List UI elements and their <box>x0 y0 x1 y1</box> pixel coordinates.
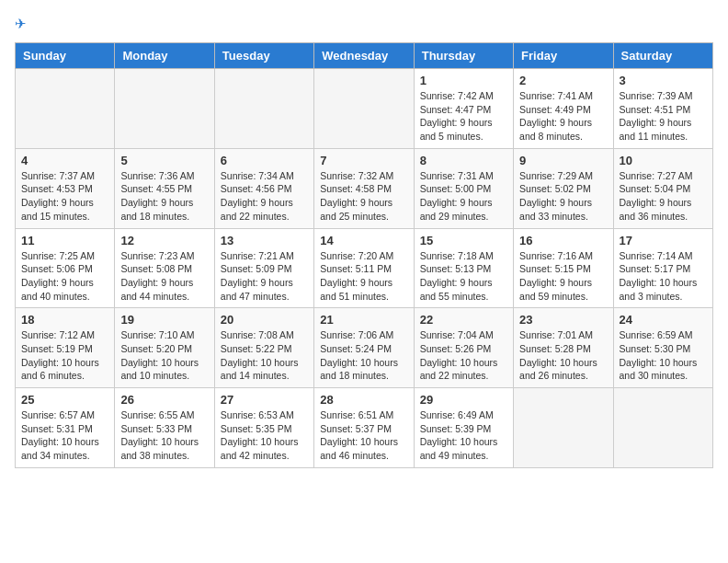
day-info: Sunrise: 7:29 AM Sunset: 5:02 PM Dayligh… <box>519 169 607 224</box>
calendar-day-cell <box>314 69 414 149</box>
logo-icon: ✈ <box>15 15 33 33</box>
day-number: 14 <box>320 234 407 247</box>
calendar-day-cell: 29Sunrise: 6:49 AM Sunset: 5:39 PM Dayli… <box>414 388 513 468</box>
calendar-day-cell: 8Sunrise: 7:31 AM Sunset: 5:00 PM Daylig… <box>414 148 513 228</box>
day-info: Sunrise: 7:31 AM Sunset: 5:00 PM Dayligh… <box>420 169 507 224</box>
calendar-day-cell: 5Sunrise: 7:36 AM Sunset: 4:55 PM Daylig… <box>115 148 214 228</box>
day-number: 27 <box>221 393 308 407</box>
day-info: Sunrise: 7:23 AM Sunset: 5:08 PM Dayligh… <box>120 249 208 304</box>
day-info: Sunrise: 7:04 AM Sunset: 5:26 PM Dayligh… <box>420 328 507 383</box>
day-info: Sunrise: 7:16 AM Sunset: 5:15 PM Dayligh… <box>519 249 607 304</box>
day-number: 8 <box>420 154 507 167</box>
day-number: 22 <box>420 313 507 327</box>
calendar-week-row: 1Sunrise: 7:42 AM Sunset: 4:47 PM Daylig… <box>16 69 713 149</box>
calendar-day-cell: 17Sunrise: 7:14 AM Sunset: 5:17 PM Dayli… <box>613 228 712 308</box>
day-of-week-header: Monday <box>115 43 214 69</box>
calendar-day-cell: 6Sunrise: 7:34 AM Sunset: 4:56 PM Daylig… <box>214 148 313 228</box>
calendar-day-cell: 2Sunrise: 7:41 AM Sunset: 4:49 PM Daylig… <box>514 69 613 149</box>
day-info: Sunrise: 7:32 AM Sunset: 4:58 PM Dayligh… <box>320 169 407 224</box>
calendar-day-cell: 22Sunrise: 7:04 AM Sunset: 5:26 PM Dayli… <box>414 308 513 388</box>
day-info: Sunrise: 6:51 AM Sunset: 5:37 PM Dayligh… <box>320 408 407 463</box>
day-of-week-header: Thursday <box>414 43 513 69</box>
day-of-week-header: Saturday <box>613 43 712 69</box>
day-number: 17 <box>620 234 707 247</box>
calendar-day-cell: 18Sunrise: 7:12 AM Sunset: 5:19 PM Dayli… <box>16 308 115 388</box>
calendar-table: SundayMondayTuesdayWednesdayThursdayFrid… <box>15 42 713 468</box>
page-header: ✈ <box>15 15 713 33</box>
day-info: Sunrise: 7:34 AM Sunset: 4:56 PM Dayligh… <box>221 169 308 224</box>
calendar-day-cell: 10Sunrise: 7:27 AM Sunset: 5:04 PM Dayli… <box>613 148 712 228</box>
day-number: 16 <box>519 234 607 247</box>
calendar-day-cell: 20Sunrise: 7:08 AM Sunset: 5:22 PM Dayli… <box>214 308 313 388</box>
day-info: Sunrise: 6:59 AM Sunset: 5:30 PM Dayligh… <box>620 328 707 383</box>
day-number: 10 <box>620 154 707 167</box>
calendar-day-cell: 25Sunrise: 6:57 AM Sunset: 5:31 PM Dayli… <box>16 388 115 468</box>
day-info: Sunrise: 7:21 AM Sunset: 5:09 PM Dayligh… <box>221 249 308 304</box>
day-number: 2 <box>519 74 607 87</box>
calendar-day-cell: 14Sunrise: 7:20 AM Sunset: 5:11 PM Dayli… <box>314 228 414 308</box>
day-number: 15 <box>420 234 507 247</box>
logo: ✈ <box>15 15 37 33</box>
day-number: 19 <box>120 313 208 327</box>
day-info: Sunrise: 7:06 AM Sunset: 5:24 PM Dayligh… <box>320 328 407 383</box>
day-number: 13 <box>221 234 308 247</box>
day-of-week-header: Friday <box>514 43 613 69</box>
calendar-day-cell: 26Sunrise: 6:55 AM Sunset: 5:33 PM Dayli… <box>115 388 214 468</box>
day-info: Sunrise: 7:42 AM Sunset: 4:47 PM Dayligh… <box>420 89 507 144</box>
day-number: 9 <box>519 154 607 167</box>
day-info: Sunrise: 7:36 AM Sunset: 4:55 PM Dayligh… <box>120 169 208 224</box>
calendar-week-row: 25Sunrise: 6:57 AM Sunset: 5:31 PM Dayli… <box>16 388 713 468</box>
day-number: 7 <box>320 154 407 167</box>
day-info: Sunrise: 6:55 AM Sunset: 5:33 PM Dayligh… <box>120 408 208 463</box>
day-number: 12 <box>120 234 208 247</box>
calendar-day-cell: 3Sunrise: 7:39 AM Sunset: 4:51 PM Daylig… <box>613 69 712 149</box>
calendar-day-cell: 1Sunrise: 7:42 AM Sunset: 4:47 PM Daylig… <box>414 69 513 149</box>
calendar-day-cell: 16Sunrise: 7:16 AM Sunset: 5:15 PM Dayli… <box>514 228 613 308</box>
day-of-week-header: Sunday <box>16 43 115 69</box>
day-number: 24 <box>620 313 707 327</box>
day-of-week-header: Tuesday <box>214 43 313 69</box>
day-number: 3 <box>620 74 707 87</box>
calendar-day-cell <box>16 69 115 149</box>
calendar-day-cell: 11Sunrise: 7:25 AM Sunset: 5:06 PM Dayli… <box>16 228 115 308</box>
day-number: 25 <box>21 393 108 407</box>
calendar-header-row: SundayMondayTuesdayWednesdayThursdayFrid… <box>16 43 713 69</box>
day-info: Sunrise: 7:12 AM Sunset: 5:19 PM Dayligh… <box>21 328 108 383</box>
day-number: 11 <box>21 234 108 247</box>
day-info: Sunrise: 7:20 AM Sunset: 5:11 PM Dayligh… <box>320 249 407 304</box>
day-info: Sunrise: 6:57 AM Sunset: 5:31 PM Dayligh… <box>21 408 108 463</box>
day-info: Sunrise: 7:18 AM Sunset: 5:13 PM Dayligh… <box>420 249 507 304</box>
calendar-day-cell <box>613 388 712 468</box>
day-info: Sunrise: 7:27 AM Sunset: 5:04 PM Dayligh… <box>620 169 707 224</box>
calendar-day-cell: 9Sunrise: 7:29 AM Sunset: 5:02 PM Daylig… <box>514 148 613 228</box>
calendar-day-cell: 23Sunrise: 7:01 AM Sunset: 5:28 PM Dayli… <box>514 308 613 388</box>
day-info: Sunrise: 7:39 AM Sunset: 4:51 PM Dayligh… <box>620 89 707 144</box>
calendar-day-cell <box>115 69 214 149</box>
day-info: Sunrise: 6:53 AM Sunset: 5:35 PM Dayligh… <box>221 408 308 463</box>
day-info: Sunrise: 7:08 AM Sunset: 5:22 PM Dayligh… <box>221 328 308 383</box>
calendar-day-cell <box>514 388 613 468</box>
day-number: 6 <box>221 154 308 167</box>
day-number: 23 <box>519 313 607 327</box>
day-info: Sunrise: 7:10 AM Sunset: 5:20 PM Dayligh… <box>120 328 208 383</box>
day-info: Sunrise: 7:37 AM Sunset: 4:53 PM Dayligh… <box>21 169 108 224</box>
day-of-week-header: Wednesday <box>314 43 414 69</box>
calendar-day-cell: 12Sunrise: 7:23 AM Sunset: 5:08 PM Dayli… <box>115 228 214 308</box>
calendar-day-cell: 4Sunrise: 7:37 AM Sunset: 4:53 PM Daylig… <box>16 148 115 228</box>
day-info: Sunrise: 7:14 AM Sunset: 5:17 PM Dayligh… <box>620 249 707 304</box>
day-info: Sunrise: 7:25 AM Sunset: 5:06 PM Dayligh… <box>21 249 108 304</box>
calendar-day-cell <box>214 69 313 149</box>
day-number: 20 <box>221 313 308 327</box>
calendar-day-cell: 28Sunrise: 6:51 AM Sunset: 5:37 PM Dayli… <box>314 388 414 468</box>
day-info: Sunrise: 7:41 AM Sunset: 4:49 PM Dayligh… <box>519 89 607 144</box>
day-info: Sunrise: 6:49 AM Sunset: 5:39 PM Dayligh… <box>420 408 507 463</box>
day-number: 29 <box>420 393 507 407</box>
calendar-week-row: 18Sunrise: 7:12 AM Sunset: 5:19 PM Dayli… <box>16 308 713 388</box>
day-number: 4 <box>21 154 108 167</box>
calendar-day-cell: 13Sunrise: 7:21 AM Sunset: 5:09 PM Dayli… <box>214 228 313 308</box>
day-number: 26 <box>120 393 208 407</box>
day-number: 28 <box>320 393 407 407</box>
calendar-day-cell: 15Sunrise: 7:18 AM Sunset: 5:13 PM Dayli… <box>414 228 513 308</box>
day-number: 21 <box>320 313 407 327</box>
day-number: 5 <box>120 154 208 167</box>
